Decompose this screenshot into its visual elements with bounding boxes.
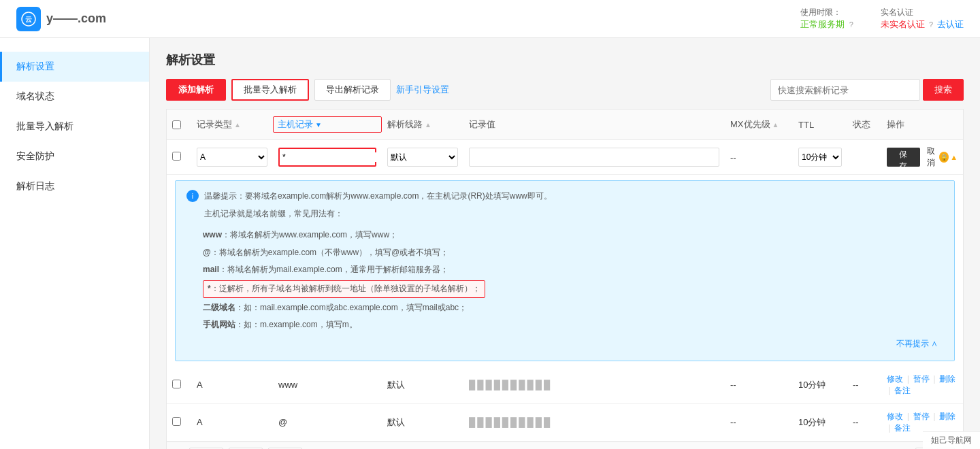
sidebar-item-dns-log[interactable]: 解析日志 (0, 171, 149, 201)
go-verify-link[interactable]: 去认证 (937, 18, 964, 31)
sort-host-record-icon[interactable]: ▼ (315, 121, 322, 129)
row2-ip-blur: ██████████ (469, 417, 552, 427)
logo-icon: 云 (16, 7, 41, 31)
mx-priority-cell: -- (725, 152, 793, 163)
search-input[interactable] (770, 79, 920, 101)
row2-ttl: 10分钟 (793, 416, 847, 429)
sidebar-item-domain-status-label: 域名状态 (16, 90, 54, 103)
info-item-www: www：将域名解析为www.example.com，填写www； (203, 228, 943, 243)
row1-actions: 修改 | 暂停 | 删除 | 备注 (881, 373, 963, 397)
sidebar-item-batch-import-label: 批量导入解析 (16, 120, 74, 133)
col-mx-priority: MX优先级 ▲ (725, 116, 793, 133)
sidebar: 解析设置 域名状态 批量导入解析 安全防护 解析日志 (0, 38, 150, 449)
header-right: 使用时限： 正常服务期 ? 实名认证 未实名认证 ? 去认证 (800, 7, 964, 31)
watermark-bar: 姐己导航网 (923, 431, 980, 449)
host-record-input-wrap: ✕ (278, 148, 376, 167)
row1-note-link[interactable]: 备注 (894, 386, 911, 395)
col-host-record: 主机记录 ▼ (273, 116, 382, 133)
info-box-list: www：将域名解析为www.example.com，填写www； @：将域名解析… (186, 228, 943, 333)
page-title: 解析设置 (166, 52, 964, 68)
real-name-label: 实名认证 (881, 7, 964, 18)
row1-record-type: A (191, 380, 273, 390)
row2-resolve-line: 默认 (382, 416, 463, 429)
toolbar: 添加解析 批量导入解析 导出解析记录 新手引导设置 搜索 (166, 79, 964, 101)
record-type-select[interactable]: A CNAME MX TXT AAAA (197, 148, 267, 167)
watermark-text: 姐己导航网 (931, 435, 972, 445)
sidebar-item-domain-status[interactable]: 域名状态 (0, 82, 149, 112)
table-footer: 暂停 启用 删除 1/1页 ‹ › (167, 442, 963, 449)
search-button[interactable]: 搜索 (923, 79, 964, 101)
export-button[interactable]: 导出解析记录 (314, 79, 391, 101)
save-button[interactable]: 保存 (887, 148, 920, 167)
info-tip-header: 温馨提示：要将域名example.com解析为www.example.com，在… (204, 189, 552, 204)
sidebar-item-dns-settings[interactable]: 解析设置 (0, 52, 149, 82)
row2-record-value: ██████████ (463, 417, 725, 427)
select-all-checkbox[interactable] (172, 120, 181, 129)
row1-status: -- (847, 380, 881, 390)
col-resolve-line: 解析线路 ▲ (382, 116, 463, 133)
add-resolve-button[interactable]: 添加解析 (166, 79, 226, 101)
resolve-line-select[interactable]: 默认 联通 电信 移动 (387, 148, 458, 167)
row1-edit-link[interactable]: 修改 (887, 374, 903, 384)
row1-resolve-line: 默认 (382, 379, 463, 391)
sidebar-item-security[interactable]: 安全防护 (0, 142, 149, 171)
col-ttl: TTL (793, 116, 847, 133)
row2-mx-priority: -- (725, 417, 793, 427)
no-more-button[interactable]: 不再提示 ∧ (186, 335, 943, 352)
table-row: A @ 默认 ██████████ -- 10分钟 -- 修改 | 暂停 | 删… (167, 404, 963, 442)
table-row: A www 默认 ██████████ -- 10分钟 -- 修改 | 暂停 |… (167, 367, 963, 404)
guide-button[interactable]: 新手引导设置 (396, 84, 449, 96)
cancel-button[interactable]: 取消 (924, 146, 938, 169)
sidebar-item-dns-settings-label: 解析设置 (16, 61, 54, 73)
row2-host-record: @ (273, 417, 382, 427)
dns-table: 记录类型 ▲ 主机记录 ▼ 解析线路 ▲ 记录值 MX优先级 ▲ (166, 109, 964, 449)
info-item-mobile: 手机网站：如：m.example.com，填写m。 (203, 318, 943, 333)
info-box-content: 温馨提示：要将域名example.com解析为www.example.com，在… (204, 189, 552, 224)
row1-pause-link[interactable]: 暂停 (913, 374, 930, 384)
row2-actions: 修改 | 暂停 | 删除 | 备注 (881, 411, 963, 434)
main-content: 解析设置 添加解析 批量导入解析 导出解析记录 新手引导设置 搜索 记录类型 ▲ (150, 38, 980, 449)
row1-host-record: www (273, 380, 382, 390)
info-item-at: @：将域名解析为example.com（不带www），填写@或者不填写； (203, 246, 943, 261)
row1-ip-blur: ██████████ (469, 380, 552, 390)
service-status: 正常服务期 (800, 19, 845, 29)
row1-ttl: 10分钟 (793, 379, 847, 391)
header: 云 y——.com 使用时限： 正常服务期 ? 实名认证 未实名认证 ? 去认证 (0, 0, 980, 38)
arrow-icon: ▲ (950, 153, 958, 161)
row2-note-link[interactable]: 备注 (894, 423, 911, 433)
row1-delete-link[interactable]: 删除 (939, 374, 956, 384)
search-area: 搜索 (770, 79, 964, 101)
col-record-value: 记录值 (463, 116, 725, 133)
info-tip-sub: 主机记录就是域名前缀，常见用法有： (204, 207, 552, 222)
col-status: 状态 (847, 116, 881, 133)
row2-edit-link[interactable]: 修改 (887, 412, 903, 421)
layout: 解析设置 域名状态 批量导入解析 安全防护 解析日志 解析设置 添加解析 批量导… (0, 38, 980, 449)
add-record-form-row: A CNAME MX TXT AAAA ✕ 默认 (167, 140, 963, 175)
sidebar-item-batch-import[interactable]: 批量导入解析 (0, 112, 149, 142)
form-row-checkbox[interactable] (172, 152, 181, 161)
row1-checkbox[interactable] (172, 380, 181, 388)
real-name-help-icon: ? (929, 20, 933, 29)
row2-delete-link[interactable]: 删除 (939, 412, 956, 421)
host-record-input[interactable] (282, 152, 385, 162)
row2-status: -- (847, 417, 881, 427)
row2-checkbox[interactable] (172, 417, 181, 426)
sort-resolve-line-icon[interactable]: ▲ (425, 121, 431, 129)
sort-mx-priority-icon[interactable]: ▲ (772, 121, 779, 129)
row1-record-value: ██████████ (463, 380, 725, 390)
row2-record-type: A (191, 417, 273, 427)
table-header: 记录类型 ▲ 主机记录 ▼ 解析线路 ▲ 记录值 MX优先级 ▲ (167, 110, 963, 140)
row2-pause-link[interactable]: 暂停 (913, 412, 930, 421)
form-row-actions: 保存 取消 🔒 ▲ (881, 146, 963, 169)
col-record-type: 记录类型 ▲ (191, 116, 273, 133)
record-value-input[interactable] (469, 148, 719, 167)
ttl-select[interactable]: 10分钟 30分钟 1小时 (798, 148, 842, 167)
batch-import-button[interactable]: 批量导入解析 (231, 79, 309, 101)
sort-record-type-icon[interactable]: ▲ (234, 121, 241, 129)
info-box-header: i 温馨提示：要将域名example.com解析为www.example.com… (186, 189, 943, 224)
row1-mx-priority: -- (725, 380, 793, 390)
info-icon: i (186, 190, 199, 202)
logo-text: y——.com (46, 12, 106, 26)
sidebar-item-dns-log-label: 解析日志 (16, 180, 54, 193)
col-action: 操作 (881, 116, 963, 133)
